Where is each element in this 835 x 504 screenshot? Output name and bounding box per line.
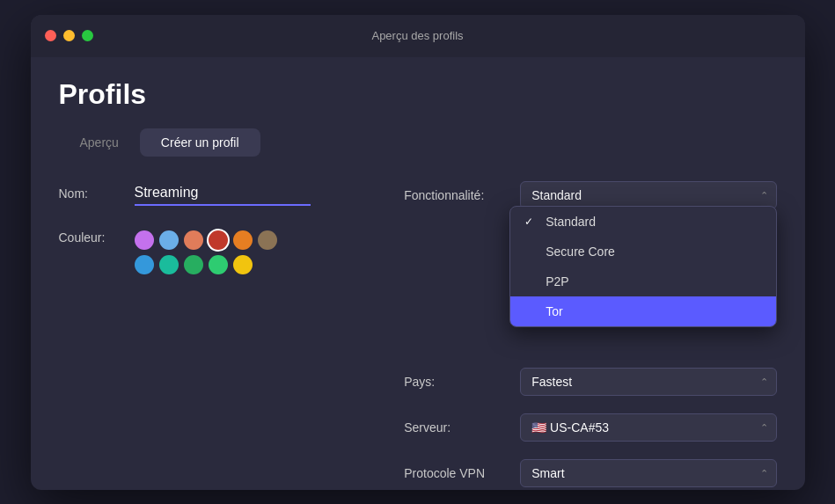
tabs: Aperçu Créer un profil — [59, 128, 777, 157]
left-column: Nom: Couleur: — [59, 181, 370, 487]
fonctionnalite-select[interactable]: Standard Secure Core P2P Tor — [520, 181, 776, 209]
color-dot-green-dark[interactable] — [184, 255, 203, 274]
couleur-label: Couleur: — [59, 230, 121, 245]
color-dot-orange-red[interactable] — [184, 230, 203, 250]
dropdown-item-label: P2P — [546, 274, 568, 289]
color-dot-purple[interactable] — [135, 230, 154, 250]
couleur-row: Couleur: — [59, 230, 370, 274]
dropdown-item-label: Standard — [546, 215, 596, 229]
color-dot-yellow[interactable] — [233, 255, 253, 274]
app-window: Aperçu des profils Profils Aperçu Créer … — [31, 15, 805, 490]
maximize-button[interactable] — [82, 30, 93, 41]
serveur-select-wrapper: 🇺🇸 US-CA#53 ⌃ — [520, 413, 776, 442]
fonctionnalite-dropdown: ✓ Standard Secure Core P2P — [509, 206, 776, 327]
tab-apercu[interactable]: Aperçu — [59, 128, 140, 157]
pays-select[interactable]: Fastest — [520, 368, 776, 396]
color-dot-cyan[interactable] — [135, 255, 154, 274]
window-title: Aperçu des profils — [371, 29, 463, 42]
fonctionnalite-select-wrapper: Standard Secure Core P2P Tor ⌃ — [520, 181, 776, 209]
color-dot-brown[interactable] — [258, 230, 277, 250]
serveur-row: Serveur: 🇺🇸 US-CA#53 ⌃ — [404, 413, 776, 442]
dropdown-item-p2p[interactable]: P2P — [510, 267, 775, 296]
bottom-buttons: Annuler Sauvegarder — [59, 487, 777, 490]
dropdown-item-tor[interactable]: Tor — [510, 296, 775, 326]
color-dot-red[interactable] — [209, 230, 228, 250]
serveur-select[interactable]: 🇺🇸 US-CA#53 — [520, 413, 776, 442]
close-button[interactable] — [45, 30, 56, 41]
minimize-button[interactable] — [63, 30, 75, 41]
fonctionnalite-label: Fonctionnalité: — [404, 188, 509, 202]
color-dot-teal[interactable] — [159, 255, 179, 274]
protocole-label: Protocole VPN — [404, 466, 509, 480]
serveur-label: Serveur: — [404, 420, 509, 435]
color-dot-green[interactable] — [209, 255, 228, 274]
color-dot-blue[interactable] — [159, 230, 179, 250]
tab-creer[interactable]: Créer un profil — [140, 128, 260, 157]
nom-input[interactable] — [135, 181, 311, 206]
pays-label: Pays: — [404, 375, 509, 389]
form-area: Nom: Couleur: — [59, 181, 777, 487]
color-dot-orange[interactable] — [233, 230, 253, 250]
dropdown-item-label: Secure Core — [546, 245, 615, 259]
traffic-lights — [45, 30, 93, 41]
check-icon: ✓ — [524, 215, 538, 228]
right-column: Fonctionnalité: Standard Secure Core P2P… — [404, 181, 776, 487]
dropdown-item-standard[interactable]: ✓ Standard — [510, 207, 775, 237]
pays-select-wrapper: Fastest ⌃ — [520, 368, 776, 396]
dropdown-item-securecore[interactable]: Secure Core — [510, 237, 775, 267]
protocole-select-wrapper: Smart ⌃ — [520, 459, 776, 487]
dropdown-item-label: Tor — [546, 304, 562, 318]
nom-label: Nom: — [59, 186, 121, 201]
protocole-select[interactable]: Smart — [520, 459, 776, 487]
titlebar: Aperçu des profils — [31, 15, 805, 57]
color-picker — [135, 230, 293, 274]
fonctionnalite-row: Fonctionnalité: Standard Secure Core P2P… — [404, 181, 776, 209]
protocole-row: Protocole VPN Smart ⌃ — [404, 459, 776, 487]
nom-row: Nom: — [59, 181, 370, 206]
pays-row: Pays: Fastest ⌃ — [404, 368, 776, 396]
page-title: Profils — [59, 78, 777, 111]
main-content: Profils Aperçu Créer un profil Nom: Coul… — [31, 57, 805, 490]
